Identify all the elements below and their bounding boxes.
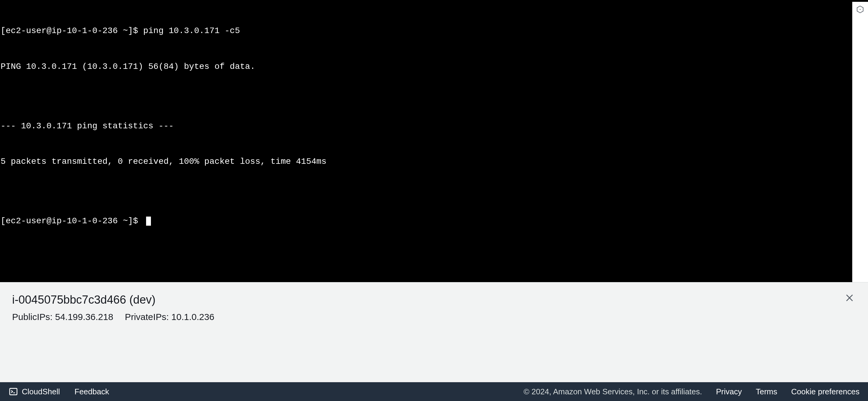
hexagon-icon[interactable] <box>856 5 865 15</box>
copyright-text: © 2024, Amazon Web Services, Inc. or its… <box>523 387 702 397</box>
cloudshell-button[interactable]: CloudShell <box>8 387 60 397</box>
feedback-link[interactable]: Feedback <box>74 387 109 397</box>
terminal-wrap: [ec2-user@ip-10-1-0-236 ~]$ ping 10.3.0.… <box>0 0 868 282</box>
instance-title: i-0045075bbc7c3d466 (dev) <box>12 293 856 306</box>
private-ips: PrivateIPs: 10.1.0.236 <box>125 312 214 322</box>
close-panel-button[interactable] <box>842 291 857 306</box>
instance-info-panel: i-0045075bbc7c3d466 (dev) PublicIPs: 54.… <box>0 282 868 382</box>
terminal-line: --- 10.3.0.171 ping statistics --- <box>1 120 867 132</box>
app-root: [ec2-user@ip-10-1-0-236 ~]$ ping 10.3.0.… <box>0 0 868 401</box>
cursor-icon <box>146 217 151 226</box>
terminal[interactable]: [ec2-user@ip-10-1-0-236 ~]$ ping 10.3.0.… <box>0 0 868 282</box>
footer-left: CloudShell Feedback <box>8 387 109 397</box>
public-ips: PublicIPs: 54.199.36.218 <box>12 312 113 322</box>
terminal-line: 5 packets transmitted, 0 received, 100% … <box>1 155 867 167</box>
terminal-line: [ec2-user@ip-10-1-0-236 ~]$ ping 10.3.0.… <box>1 25 867 37</box>
terminal-line: PING 10.3.0.171 (10.3.0.171) 56(84) byte… <box>1 61 867 73</box>
side-widget <box>852 2 868 284</box>
terminal-prompt: [ec2-user@ip-10-1-0-236 ~]$ <box>1 215 143 227</box>
svg-point-1 <box>860 9 861 10</box>
cookie-preferences-link[interactable]: Cookie preferences <box>791 387 860 397</box>
close-icon <box>844 299 855 304</box>
svg-rect-4 <box>10 388 17 395</box>
footer-bar: CloudShell Feedback © 2024, Amazon Web S… <box>0 382 868 401</box>
cloudshell-icon <box>8 387 18 397</box>
cloudshell-label: CloudShell <box>22 387 60 397</box>
privacy-link[interactable]: Privacy <box>716 387 742 397</box>
terms-link[interactable]: Terms <box>756 387 777 397</box>
footer-right: © 2024, Amazon Web Services, Inc. or its… <box>523 387 860 397</box>
instance-ip-details: PublicIPs: 54.199.36.218 PrivateIPs: 10.… <box>12 312 856 322</box>
terminal-prompt-line: [ec2-user@ip-10-1-0-236 ~]$ <box>1 215 867 227</box>
